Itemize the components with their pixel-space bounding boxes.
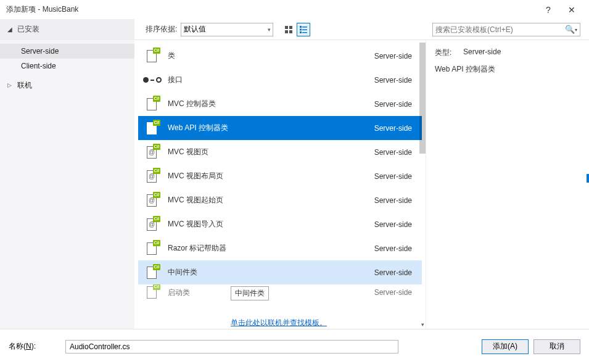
template-name: MVC 视图导入页 [168,219,374,230]
background-edge [587,174,589,183]
detail-pane: 类型: Server-side Web API 控制器类 [426,40,579,329]
template-side: Server-side [374,268,412,277]
template-icon [144,72,160,88]
view-grid-button[interactable] [282,23,295,36]
view-list-button[interactable] [297,23,310,36]
template-icon: C# [144,284,160,300]
find-online-link[interactable]: 单击此处以联机并查找模板。 [231,318,327,340]
template-name: 接口 [168,75,374,85]
template-name: Web API 控制器类 [168,123,374,133]
name-input[interactable] [65,340,398,354]
svg-rect-1 [289,26,292,29]
chevron-right-icon: ▷ [7,82,15,88]
chevron-down-icon: ◢ [7,26,14,33]
template-side: Server-side [374,196,412,205]
interface-icon [143,77,162,83]
template-row[interactable]: C#Web API 控制器类Server-side [138,116,422,140]
template-icon: C# [144,48,160,64]
csharp-file-icon: @C# [146,217,159,233]
template-icon: @C# [144,192,160,209]
template-row[interactable]: @C#MVC 视图布局页Server-side [138,164,422,188]
svg-rect-3 [289,30,292,33]
window-title: 添加新项 - MusicBank [6,4,539,15]
svg-rect-6 [300,28,302,30]
template-icon: @C# [144,168,160,184]
template-icon: @C# [144,217,160,233]
search-icon[interactable]: 🔍▾ [565,25,577,34]
template-side: Server-side [374,288,412,297]
tree-node-server-side[interactable]: Server-side [0,44,134,59]
help-button[interactable]: ? [539,1,558,19]
tree-node-label: Server-side [21,47,59,56]
titlebar: 添加新项 - MusicBank ? ✕ [0,0,589,19]
category-online-header[interactable]: ▷ 联机 [0,77,134,93]
category-tree: Server-side Client-side ▷ 联机 [0,40,134,329]
template-side: Server-side [374,124,412,133]
csharp-file-icon: @C# [146,144,159,160]
template-icon: C# [144,265,160,281]
template-name: Razor 标记帮助器 [168,243,374,254]
view-toggle [282,23,310,36]
csharp-file-icon: C# [146,120,159,136]
svg-rect-0 [285,26,288,29]
cancel-button[interactable]: 取消 [533,339,580,354]
csharp-file-icon: C# [146,48,159,64]
svg-rect-4 [300,26,302,28]
toolbar: ◢ 已安装 排序依据: 默认值 ▾ 🔍▾ [0,19,589,40]
template-list[interactable]: C#类Server-side接口Server-sideC#MVC 控制器类Ser… [134,40,426,329]
template-side: Server-side [374,220,412,229]
template-name: MVC 视图布局页 [168,171,374,181]
template-icon: @C# [144,144,160,160]
template-icon: C# [144,241,160,257]
add-button[interactable]: 添加(A) [482,339,529,354]
svg-rect-7 [302,29,307,30]
tooltip: 中间件类 [231,286,269,300]
svg-rect-8 [300,31,302,33]
detail-type-label: 类型: [435,48,457,58]
template-name: 类 [168,51,374,61]
template-side: Server-side [374,244,412,253]
category-online-label: 联机 [17,80,32,91]
category-installed-header[interactable]: ◢ 已安装 [0,19,134,40]
close-button[interactable]: ✕ [558,1,585,19]
csharp-file-icon: @C# [146,168,159,184]
search-box[interactable]: 🔍▾ [432,23,580,36]
template-row[interactable]: C#中间件类Server-side [138,260,422,284]
template-side: Server-side [374,148,412,157]
template-row[interactable]: C#Razor 标记帮助器Server-side [138,236,422,260]
tree-node-client-side[interactable]: Client-side [0,59,134,73]
template-row[interactable]: @C#MVC 视图起始页Server-side [138,188,422,212]
template-side: Server-side [374,100,412,109]
scrollbar-down-arrow[interactable]: ▾ [419,321,426,329]
template-name: 中间件类 [168,267,374,278]
sort-value: 默认值 [184,24,206,35]
template-row[interactable]: @C#MVC 视图导入页Server-side [138,212,422,236]
sort-label: 排序依据: [146,24,177,35]
csharp-file-icon: C# [146,265,159,281]
template-icon: C# [144,96,160,112]
detail-description: Web API 控制器类 [435,64,570,75]
template-row[interactable]: @C#MVC 视图页Server-side [138,140,422,164]
template-row[interactable]: C#MVC 控制器类Server-side [138,92,422,116]
detail-type-value: Server-side [463,48,501,58]
category-installed-label: 已安装 [17,24,39,35]
tree-node-label: Client-side [21,62,56,70]
svg-rect-2 [285,30,288,33]
template-row[interactable]: C#启动类Server-side [138,284,422,300]
scrollbar-thumb[interactable] [419,43,426,154]
search-input[interactable] [435,25,565,34]
csharp-file-icon: C# [146,284,159,300]
template-icon: C# [144,120,160,136]
template-row[interactable]: 接口Server-side [138,68,422,92]
csharp-file-icon: C# [146,241,159,257]
chevron-down-icon: ▾ [268,27,271,33]
template-row[interactable]: C#类Server-side [138,44,422,68]
sort-dropdown[interactable]: 默认值 ▾ [181,23,273,36]
template-side: Server-side [374,76,412,85]
csharp-file-icon: @C# [146,192,159,209]
name-label: 名称(N): [9,341,36,352]
template-area: C#类Server-side接口Server-sideC#MVC 控制器类Ser… [134,40,589,329]
svg-rect-9 [302,32,307,33]
main-area: Server-side Client-side ▷ 联机 C#类Server-s… [0,40,589,329]
svg-rect-5 [302,27,307,28]
